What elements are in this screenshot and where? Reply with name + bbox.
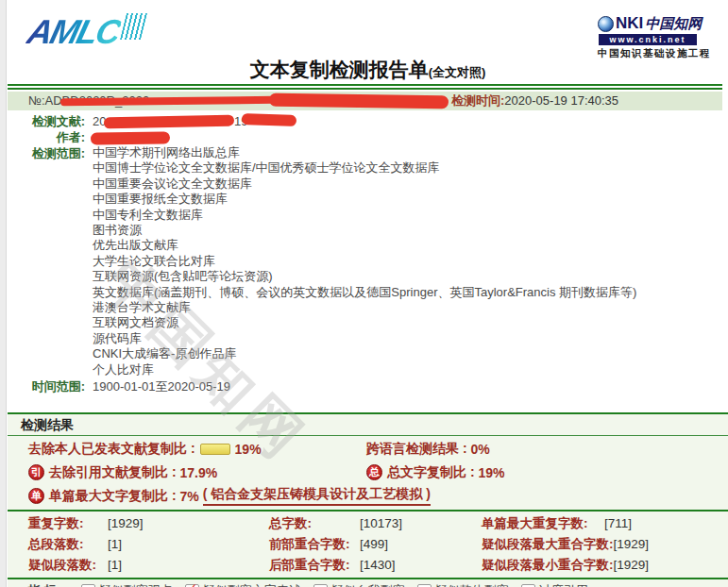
scope-item: 中国博士学位论文全文数据库/中国优秀硕士学位论文全文数据库 xyxy=(93,160,722,176)
redaction-scribble xyxy=(269,93,449,109)
total-copy-label: 总文字复制比 : xyxy=(387,464,475,481)
cnki-globe-icon xyxy=(598,16,614,32)
stat-cell: 疑似段落最小重合字数:[1929] xyxy=(482,557,728,574)
amlc-logo-text: AMLC xyxy=(24,12,124,51)
indicator-checkbox[interactable]: ✓ xyxy=(185,584,199,587)
total-copy-value: 19% xyxy=(478,465,504,480)
stat-value: [1430] xyxy=(360,558,396,572)
cnki-brand-chinese: 中国知网 xyxy=(645,15,702,33)
stat-cell: 总字数:[10173] xyxy=(269,515,482,532)
doc-label: 检测文献: xyxy=(8,113,93,129)
scope-item: 优先出版文献库 xyxy=(93,238,722,253)
scope-item: 互联网资源(包含贴吧等论坛资源) xyxy=(93,269,722,284)
cnki-brand-text: NKI xyxy=(616,14,643,33)
report-meta: 检测文献: 20 19 作者: 检测范围: 中国学术期刊网络出版总库 中国博士学… xyxy=(8,113,722,394)
single-circle-icon: 单 xyxy=(28,488,44,504)
scope-item: 中国重要会议论文全文数据库 xyxy=(93,176,722,192)
results-rows: 去除本人已发表文献复制比 : 19% 跨语言检测结果 : 0% 引 去除引用文献… xyxy=(8,436,728,508)
scope-row: 检测范围: 中国学术期刊网络出版总库 中国博士学位论文全文数据库/中国优秀硕士学… xyxy=(8,145,722,377)
scope-list: 中国学术期刊网络出版总库 中国博士学位论文全文数据库/中国优秀硕士学位论文全文数… xyxy=(93,145,722,377)
results-row-3: 单 单篇最大文字复制比 : 7% ( 铝合金支架压铸模具设计及工艺模拟 ) xyxy=(28,484,728,508)
author-value xyxy=(93,129,722,145)
quote-circle-icon: 引 xyxy=(28,464,44,480)
stat-cell: 前部重合字数:[499] xyxy=(269,536,482,553)
page-title: 文本复制检测报告单(全文对照) xyxy=(8,57,728,83)
window-edge xyxy=(0,0,7,587)
indicator-item: ✓ 疑似剽窃文字表述 xyxy=(185,582,301,587)
stat-label: 疑似段落数: xyxy=(28,557,108,574)
single-max-label: 单篇最大文字复制比 : xyxy=(49,488,177,505)
report-header: AMLC NKI 中国知网 www.cnki.net 中国知识基础设施工程 文本… xyxy=(8,0,728,91)
stat-value: [10173] xyxy=(360,516,402,530)
plagiarism-report-page: AMLC NKI 中国知网 www.cnki.net 中国知识基础设施工程 文本… xyxy=(0,0,728,587)
amlc-logo-stripes-icon xyxy=(120,13,147,40)
indicator-item: 疑似剽窃观点 xyxy=(81,582,173,587)
stat-value: [499] xyxy=(360,537,388,551)
total-circle-icon: 总 xyxy=(366,464,382,480)
stat-value: [711] xyxy=(604,516,632,530)
author-label: 作者: xyxy=(8,129,93,145)
cnki-logo: NKI 中国知网 www.cnki.net 中国知识基础设施工程 xyxy=(598,14,724,60)
indicators-label: 指 标： xyxy=(28,582,69,587)
scope-item: 港澳台学术文献库 xyxy=(93,300,722,315)
detect-time-value: 2020-05-19 17:40:35 xyxy=(504,93,618,108)
scope-item: 英文数据库(涵盖期刊、博硕、会议的英文数据以及德国Springer、英国Tayl… xyxy=(93,285,722,300)
stat-label: 重复字数: xyxy=(28,515,108,532)
stat-label: 前部重合字数: xyxy=(269,536,360,553)
quote-excluded-value: 17.9% xyxy=(179,465,217,480)
cross-language-label: 跨语言检测结果 : xyxy=(366,441,467,458)
stat-value: [1929] xyxy=(614,558,650,572)
indicator-checkbox[interactable] xyxy=(521,584,535,587)
scope-item: 源代码库 xyxy=(93,331,722,346)
indicators-row: 指 标： 疑似剽窃观点 ✓ 疑似剽窃文字表述 疑似自我剽窃 疑似整体剽窃 过度引… xyxy=(8,582,728,587)
range-value: 1900-01-01至2020-05-19 xyxy=(93,378,722,394)
self-excluded-value: 19% xyxy=(235,442,262,457)
stat-label: 总段落数: xyxy=(28,536,108,553)
check-mark-icon: ✓ xyxy=(187,580,198,587)
indicator-checkbox[interactable] xyxy=(313,584,328,587)
indicator-checkbox[interactable] xyxy=(417,584,432,587)
scope-item: 中国学术期刊网络出版总库 xyxy=(93,145,722,160)
stat-label: 后部重合字数: xyxy=(269,557,360,574)
results-row-1: 去除本人已发表文献复制比 : 19% 跨语言检测结果 : 0% xyxy=(28,437,728,461)
indicator-text: 疑似剽窃观点 xyxy=(99,582,173,587)
scope-item: 中国重要报纸全文数据库 xyxy=(93,192,722,207)
indicator-item: 疑似整体剽窃 xyxy=(417,582,509,587)
total-copy-ratio: 总 总文字复制比 : 19% xyxy=(366,464,504,481)
cnki-logo-top: NKI 中国知网 xyxy=(598,14,724,33)
redaction-scribble xyxy=(91,131,170,144)
scope-item: 个人比对库 xyxy=(93,362,722,377)
stat-cell: 总段落数:[1] xyxy=(28,536,269,553)
indicator-checkbox[interactable] xyxy=(81,584,95,587)
results-row-2: 引 去除引用文献复制比 : 17.9% 总 总文字复制比 : 19% xyxy=(28,461,728,484)
scope-item: 中国专利全文数据库 xyxy=(93,208,722,223)
indicator-text: 疑似剽窃文字表述 xyxy=(203,582,301,587)
range-label: 时间范围: xyxy=(8,378,93,394)
stat-label: 总字数: xyxy=(269,515,360,532)
page-title-suffix: (全文对照) xyxy=(429,65,486,79)
self-excluded-label: 去除本人已发表文献复制比 : xyxy=(28,441,195,458)
amlc-logo: AMLC xyxy=(24,12,147,52)
report-number-label: №: xyxy=(28,93,45,108)
quote-excluded-label: 去除引用文献复制比 : xyxy=(49,464,177,481)
single-max-value: 7% xyxy=(179,489,198,504)
page-title-main: 文本复制检测报告单 xyxy=(250,59,429,80)
quote-excluded-ratio: 引 去除引用文献复制比 : 17.9% xyxy=(28,464,366,481)
cnki-url: www.cnki.net xyxy=(599,34,697,45)
indicator-item: 过度引用 xyxy=(521,582,588,587)
stat-value: [1929] xyxy=(108,516,144,530)
stat-label: 疑似段落最大重合字数: xyxy=(482,536,614,553)
stats-table: 重复字数:[1929] 总字数:[10173] 单篇最大重复字数:[711] 总… xyxy=(8,512,728,576)
header-divider xyxy=(8,84,722,90)
single-max-source-link[interactable]: ( 铝合金支架压铸模具设计及工艺模拟 ) xyxy=(203,486,431,506)
range-row: 时间范围: 1900-01-01至2020-05-19 xyxy=(8,378,722,394)
stat-cell: 单篇最大重复字数:[711] xyxy=(482,515,728,532)
stat-cell: 后部重合字数:[1430] xyxy=(269,557,482,574)
stat-value: [1929] xyxy=(614,537,650,551)
stats-divider xyxy=(8,578,728,579)
stats-row: 总段落数:[1] 前部重合字数:[499] 疑似段落最大重合字数:[1929] xyxy=(28,534,728,555)
scope-item: 图书资源 xyxy=(93,223,722,238)
indicator-text: 疑似整体剽窃 xyxy=(435,582,509,587)
indicator-item: 疑似自我剽窃 xyxy=(313,582,405,587)
stat-value: [1] xyxy=(108,537,122,551)
